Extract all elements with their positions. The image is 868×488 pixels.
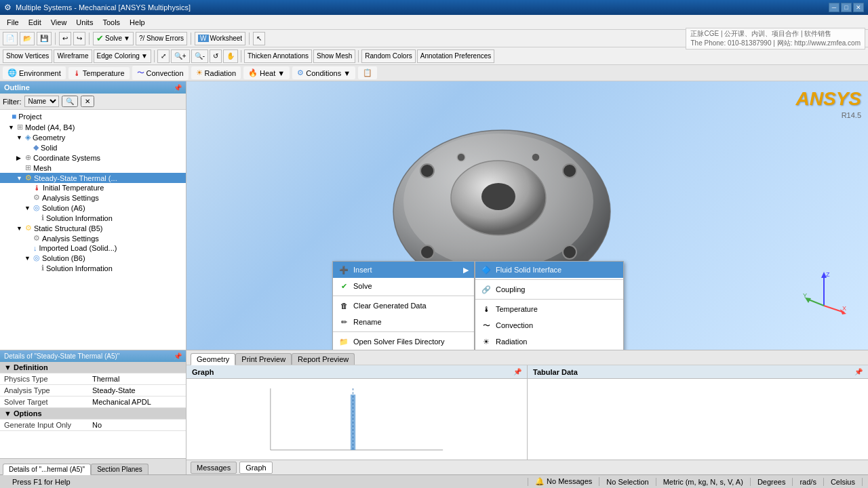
svg-point-7 [563, 245, 576, 259]
open-button[interactable]: 📂 [20, 32, 35, 45]
temperature-button[interactable]: 🌡 Temperature [68, 67, 130, 79]
edge-coloring-button[interactable]: Edge Coloring ▼ [94, 49, 151, 63]
tree-imported-load[interactable]: ↓ Imported Load (Solid...) [0, 243, 186, 253]
details-table: ▼ Definition Physics Type Thermal Analys… [0, 362, 186, 431]
show-vertices-button[interactable]: Show Vertices [3, 49, 52, 63]
graph-header: Graph 📌 [186, 365, 527, 379]
report-preview-tab[interactable]: Report Preview [292, 353, 355, 365]
worksheet-button[interactable]: W Worksheet [195, 32, 245, 45]
menu-tools[interactable]: Tools [98, 17, 124, 28]
analysis-type-row: Analysis Type Steady-State [0, 385, 186, 396]
tree-coordinate-systems[interactable]: ▶ ⊕ Coordinate Systems [0, 152, 186, 163]
tree-initial-temperature[interactable]: 🌡 Initial Temperature [0, 183, 186, 192]
graph-pin[interactable]: 📌 [513, 368, 521, 375]
show-errors-button[interactable]: ?/ Show Errors [136, 32, 187, 45]
annotation-prefs-button[interactable]: Annotation Preferences [417, 49, 495, 63]
svg-point-4 [420, 164, 434, 178]
ctx-solve[interactable]: ✔ Solve [333, 278, 474, 294]
random-colors-button[interactable]: Random Colors [361, 49, 415, 63]
details-title: Details of "Steady-State Thermal (A5)" [4, 352, 119, 360]
tree-model[interactable]: ▼ ⊞ Model (A4, B4) [0, 122, 186, 132]
solver-target-row: Solver Target Mechanical APDL [0, 396, 186, 408]
tree-solution-info-b[interactable]: ℹ Solution Information [0, 263, 186, 273]
rename-icon: ✏ [338, 317, 349, 327]
tabular-pin[interactable]: 📌 [854, 368, 863, 375]
sub-coupling[interactable]: 🔗 Coupling [475, 281, 623, 298]
tree-analysis-settings-a[interactable]: ⚙ Analysis Settings [0, 192, 186, 203]
svg-text:X: X [842, 305, 846, 312]
filter-select[interactable]: Name [24, 96, 59, 107]
filter-clear-btn[interactable]: ✕ [81, 96, 94, 107]
details-tab[interactable]: Details of "...hermal (A5)" [3, 464, 91, 475]
sub-radiation[interactable]: ☀ Radiation [475, 333, 623, 350]
geometry-tab[interactable]: Geometry [191, 353, 235, 365]
convection-button[interactable]: 〜 Convection [132, 66, 189, 80]
heat-button[interactable]: 🔥 Heat ▼ [243, 66, 290, 79]
outline-pin[interactable]: 📌 [174, 84, 182, 92]
print-preview-tab[interactable]: Print Preview [235, 353, 292, 365]
menu-view[interactable]: View [47, 17, 71, 28]
coupling-icon: 🔗 [481, 284, 492, 295]
extra-button[interactable]: 📋 [358, 66, 377, 79]
minimize-button[interactable]: ─ [829, 3, 840, 12]
toolbar-sep1 [55, 33, 56, 45]
tree-mesh[interactable]: ⊞ Mesh [0, 163, 186, 173]
tree-solid[interactable]: ◆ Solid [0, 142, 186, 152]
tree-solution-a6[interactable]: ▼ ◎ Solution (A6) [0, 203, 186, 213]
definition-section-header[interactable]: ▼ Definition [0, 362, 186, 373]
redo-button[interactable]: ↪ [73, 32, 85, 45]
menu-edit[interactable]: Edit [24, 17, 45, 28]
environment-button[interactable]: 🌐 Environment [3, 66, 66, 79]
conv-sub-icon: 〜 [481, 320, 492, 331]
bottom-left-panel: Details of "Steady-State Thermal (A5)" 📌… [0, 350, 186, 474]
options-section-header[interactable]: ▼ Options [0, 408, 186, 420]
messages-tab[interactable]: Messages [191, 462, 237, 474]
messages-status: 🔔 No Messages [528, 477, 599, 486]
section-planes-tab[interactable]: Section Planes [91, 464, 149, 474]
zoom-out-button[interactable]: 🔍- [191, 49, 208, 63]
sub-temperature[interactable]: 🌡 Temperature [475, 301, 623, 317]
tree-analysis-settings-b[interactable]: ⚙ Analysis Settings [0, 233, 186, 243]
coord-icon: ⊕ [25, 153, 31, 162]
pan-button[interactable]: ✋ [223, 49, 238, 63]
solve-button[interactable]: ✔ Solve ▼ [93, 32, 134, 45]
sub-sep1 [475, 279, 623, 280]
details-pin[interactable]: 📌 [174, 352, 182, 360]
save-button[interactable]: 💾 [37, 32, 52, 45]
solinfo-icon-a: ℹ [41, 214, 44, 222]
tree-static-structural[interactable]: ▼ ⚙ Static Structural (B5) [0, 223, 186, 233]
radiation-button[interactable]: ☀ Radiation [191, 66, 241, 79]
ctx-open-solver-dir[interactable]: 📁 Open Solver Files Directory [333, 333, 474, 350]
ctx-rename[interactable]: ✏ Rename [333, 314, 474, 330]
select-mode-button[interactable]: ↖ [253, 32, 265, 45]
filter-search-btn[interactable]: 🔍 [62, 96, 78, 107]
tabular-header: Tabular Data 📌 [528, 365, 868, 379]
filter-label: Filter: [3, 98, 22, 106]
ctx-sep2 [333, 331, 474, 332]
tree-solution-b6[interactable]: ▼ ◎ Solution (B6) [0, 253, 186, 263]
undo-button[interactable]: ↩ [59, 32, 71, 45]
tree-geometry[interactable]: ▼ ◈ Geometry [0, 132, 186, 142]
tree-solution-info-a[interactable]: ℹ Solution Information [0, 213, 186, 223]
tree-steady-state-thermal[interactable]: ▼ ⚙ Steady-State Thermal (... [0, 173, 186, 183]
menu-file[interactable]: File [3, 17, 23, 28]
ctx-insert[interactable]: ➕ Insert ▶ [333, 262, 474, 278]
wireframe-button[interactable]: Wireframe [54, 49, 92, 63]
close-button[interactable]: ✕ [853, 3, 864, 12]
new-button[interactable]: 📄 [3, 32, 18, 45]
zoom-in-button[interactable]: 🔍+ [171, 49, 190, 63]
zoom-fit-button[interactable]: ⤢ [157, 49, 170, 63]
sub-convection[interactable]: 〜 Convection [475, 317, 623, 333]
maximize-button[interactable]: □ [841, 3, 852, 12]
show-mesh-button[interactable]: Show Mesh [313, 49, 355, 63]
thicken-annotations-button[interactable]: Thicken Annotations [244, 49, 312, 63]
menu-units[interactable]: Units [72, 17, 97, 28]
sub-fluid-solid-interface[interactable]: 🔷 Fluid Solid Interface [475, 262, 623, 278]
tree-project[interactable]: ■ Project [0, 111, 186, 122]
menu-help[interactable]: Help [125, 17, 149, 28]
settings-icon-a: ⚙ [33, 193, 40, 202]
rotate-button[interactable]: ↺ [210, 49, 222, 63]
graph-tab[interactable]: Graph [239, 462, 273, 474]
conditions-button[interactable]: ⚙ Conditions ▼ [292, 66, 355, 79]
ctx-clear-generated-data[interactable]: 🗑 Clear Generated Data [333, 298, 474, 314]
